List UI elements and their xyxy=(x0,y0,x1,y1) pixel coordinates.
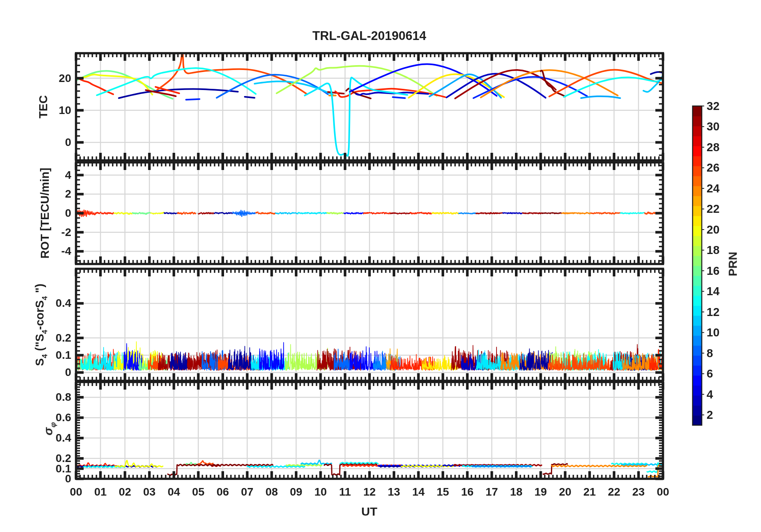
colorbar-tick-label: 24 xyxy=(707,182,735,195)
rot-y-tick-label: 4 xyxy=(35,169,71,182)
chart-title: TRL-GAL-20190614 xyxy=(312,29,426,43)
colorbar-tick-label: 22 xyxy=(707,202,735,215)
colorbar-tick-label: 16 xyxy=(707,264,735,277)
colorbar-tick-label: 2 xyxy=(707,408,735,421)
x-axis-label: UT xyxy=(361,505,377,518)
rot-y-tick-label: 0 xyxy=(35,207,71,220)
sigma-y-tick-label: 0.8 xyxy=(35,391,71,404)
s4-y-tick-label: 0.2 xyxy=(35,332,71,344)
colorbar-tick-label: 20 xyxy=(707,223,735,236)
sigma-y-tick-label: 0.2 xyxy=(35,452,71,465)
tec-y-tick-label: 10 xyxy=(35,104,71,117)
colorbar-tick-label: 18 xyxy=(707,244,735,256)
tec-y-tick-label: 0 xyxy=(35,136,71,149)
colorbar-tick-label: 28 xyxy=(707,141,735,154)
s4-y-tick-label: 0.4 xyxy=(35,297,71,310)
tec-y-tick-label: 20 xyxy=(35,72,71,85)
colorbar-tick-label: 30 xyxy=(707,120,735,133)
sigma-y-tick-label: 0.4 xyxy=(35,432,71,444)
figure: TRL-GAL-20190614 TEC ROT [TECU/min] S4 (… xyxy=(0,0,761,532)
x-tick-label: 00 xyxy=(646,486,680,498)
rot-y-tick-label: 2 xyxy=(35,188,71,200)
colorbar-tick-label: 14 xyxy=(707,285,735,298)
rot-y-tick-label: -2 xyxy=(35,226,71,239)
colorbar-tick-label: 8 xyxy=(707,347,735,360)
colorbar-tick-label: 26 xyxy=(707,161,735,174)
s4-y-tick-label: 0 xyxy=(35,366,71,379)
colorbar-tick-label: 10 xyxy=(707,326,735,339)
plot-canvas xyxy=(0,0,761,532)
colorbar-tick-label: 6 xyxy=(707,367,735,380)
colorbar-tick-label: 4 xyxy=(707,388,735,401)
sigma-y-tick-label: 0.6 xyxy=(35,411,71,424)
colorbar-tick-label: 12 xyxy=(707,306,735,318)
s4-y-tick-label: 0.1 xyxy=(35,349,71,362)
colorbar-tick-label: 32 xyxy=(707,100,735,112)
rot-y-tick-label: -4 xyxy=(35,245,71,258)
